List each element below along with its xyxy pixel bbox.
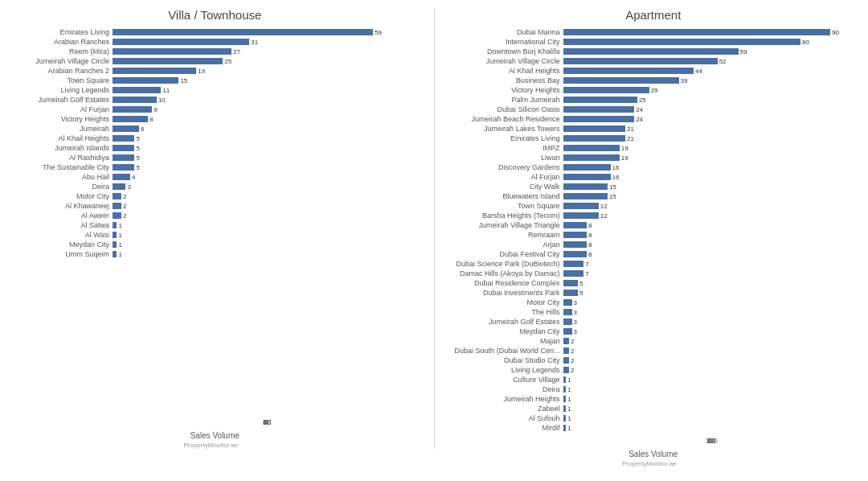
bar-container: 2: [563, 357, 861, 364]
bar-value: 15: [180, 77, 187, 84]
bar: [563, 251, 588, 257]
bar-label: Jumeirah Islands: [8, 144, 113, 152]
bar: [113, 48, 231, 55]
bar-label: Living Legends: [447, 366, 563, 374]
bar-container: 9: [113, 106, 422, 113]
bar: [563, 222, 588, 228]
bar-container: 27: [113, 48, 422, 55]
bar-row: Jumeirah Village Triangle8: [447, 221, 861, 229]
bar-label: Victory Heights: [8, 115, 113, 123]
bar-label: Jumeirah Village Triangle: [447, 221, 563, 229]
apartment-x-label: Sales Volume: [628, 450, 678, 458]
bar: [563, 212, 599, 219]
bar-value: 19: [621, 145, 628, 152]
bar: [113, 241, 117, 248]
bar-container: 39: [563, 77, 861, 84]
bar: [113, 68, 196, 74]
villa-x-axis: 010203040506070: [162, 418, 267, 430]
bar-label: Business Bay: [447, 76, 563, 84]
bar-container: 52: [563, 58, 861, 64]
bar-label: Motor City: [8, 192, 113, 200]
bar-value: 9: [154, 106, 157, 113]
bar-label: Al Satwa: [8, 221, 113, 229]
bar-label: Emirates Living: [8, 28, 113, 36]
bar-value: 80: [802, 39, 809, 46]
bar-row: Abu Hail4: [8, 173, 422, 181]
bar-container: 6: [113, 125, 422, 132]
bar-container: 59: [113, 29, 422, 35]
bar-label: Jumeirah Heights: [447, 395, 563, 403]
bar: [563, 77, 679, 84]
bar-value: 6: [141, 125, 144, 133]
bar-container: 21: [563, 135, 861, 142]
bar-label: Dubai Residence Complex: [447, 279, 563, 287]
bar-label: City Walk: [447, 183, 563, 191]
bar-label: Dubai Silicon Oasis: [447, 105, 563, 113]
bar-value: 5: [579, 290, 583, 297]
bar-label: Meydan City: [447, 327, 563, 335]
bar: [563, 29, 831, 35]
bar-label: Deira: [8, 183, 113, 191]
bar-row: Reem (Mira)27: [8, 47, 422, 56]
bar: [563, 328, 572, 335]
bar-value: 7: [585, 270, 588, 278]
villa-chart-area: Emirates Living59Arabian Ranches31Reem (…: [8, 28, 422, 415]
bar-value: 1: [567, 405, 571, 413]
bar-container: 1: [563, 376, 861, 383]
bar: [563, 299, 572, 306]
bar-label: Motor City: [447, 298, 563, 306]
bar: [113, 193, 121, 199]
bar-value: 25: [224, 58, 231, 65]
bar-label: Deira: [447, 385, 563, 393]
bar-value: 16: [612, 174, 620, 181]
bar-container: 16: [563, 174, 861, 180]
bar-value: 2: [123, 212, 126, 220]
bar-row: Al Sufouh1: [447, 414, 861, 422]
bar-container: 80: [563, 39, 861, 45]
bar-row: IMPZ19: [447, 144, 861, 152]
bar-label: Palm Jumeirah: [447, 96, 563, 104]
bar-container: 1: [113, 232, 422, 238]
bar-container: 24: [563, 106, 861, 113]
bar-container: 8: [563, 232, 861, 238]
bar-row: Liwan19: [447, 154, 861, 162]
bar-label: Liwan: [447, 154, 563, 162]
bar-row: Dubai Investments Park5: [447, 289, 861, 297]
bar: [563, 290, 578, 296]
bar-container: 15: [563, 183, 861, 190]
bar-row: Dubai South (Dubai World Cen...2: [447, 347, 861, 355]
bar-row: Victory Heights8: [8, 115, 422, 123]
bar: [563, 106, 635, 113]
bar-label: The Sustainable City: [8, 163, 113, 171]
bar: [563, 415, 567, 421]
bar-container: 12: [563, 212, 861, 219]
bar-value: 2: [571, 347, 574, 355]
bar-label: Remraam: [447, 231, 563, 239]
bar-value: 44: [695, 68, 702, 75]
bar: [563, 174, 611, 180]
bar: [563, 164, 611, 171]
bar-row: Zabeel1: [447, 405, 861, 413]
bar-value: 1: [118, 251, 121, 258]
bar: [563, 396, 567, 402]
bar-row: Al Khawaneej2: [8, 202, 422, 210]
bar-row: Jumeirah Islands5: [8, 144, 422, 152]
bar-row: Dubai Marina90: [447, 28, 861, 36]
bar-container: 2: [563, 347, 861, 354]
bar-label: Reem (Mira): [8, 47, 113, 56]
bar-label: Al Rashidiya: [8, 154, 113, 162]
bar-value: 15: [609, 193, 616, 200]
bar: [563, 405, 567, 412]
bar-value: 2: [571, 338, 574, 345]
bar-value: 8: [588, 222, 592, 229]
bar-label: Dubai Science Park (DuBiotech): [447, 260, 563, 268]
bar: [563, 154, 620, 161]
bar-label: Town Square: [447, 202, 563, 210]
bar: [113, 212, 121, 219]
bar-row: Dubai Festival City8: [447, 250, 861, 258]
bar-value: 2: [571, 357, 574, 364]
bar-value: 27: [233, 48, 240, 56]
bar-container: 59: [563, 48, 861, 55]
bar-value: 5: [136, 164, 139, 171]
bar-row: Al Satwa1: [8, 221, 422, 229]
